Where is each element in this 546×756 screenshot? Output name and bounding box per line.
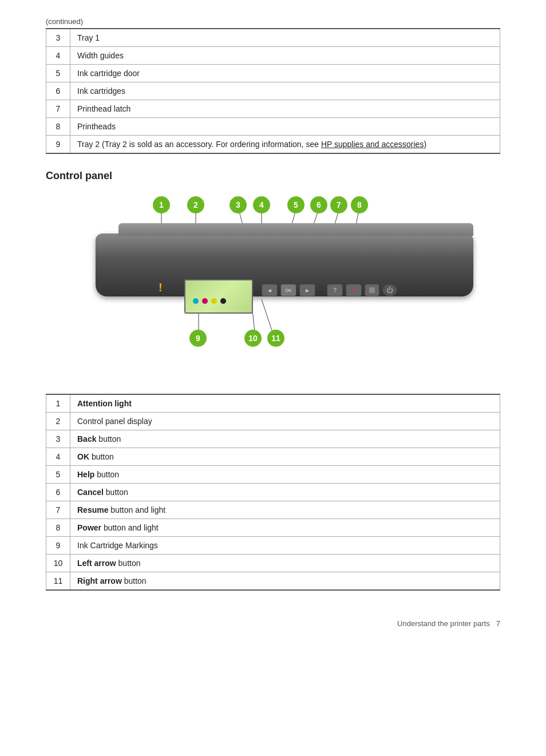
ink-dot-yellow bbox=[211, 298, 217, 304]
row-number: 6 bbox=[46, 82, 70, 100]
row-bold: Right arrow bbox=[77, 576, 122, 585]
table-row: 7Printhead latch bbox=[46, 100, 500, 118]
row-label: Attention light bbox=[70, 394, 500, 413]
row-number: 4 bbox=[46, 448, 70, 466]
bubble-11: 11 bbox=[267, 330, 284, 347]
bubble-3: 3 bbox=[230, 196, 247, 213]
ok-button: OK bbox=[280, 284, 296, 296]
row-number: 7 bbox=[46, 100, 70, 118]
button-row: ◄ OK ► ? ✕ ⏻ bbox=[262, 284, 397, 296]
help-button: ? bbox=[327, 284, 343, 296]
supplies-link[interactable]: HP supplies and accessories bbox=[321, 140, 424, 149]
bottom-table: 1Attention light2Control panel display3B… bbox=[46, 394, 500, 591]
bubble-4: 4 bbox=[253, 196, 270, 213]
printer-display bbox=[184, 279, 253, 314]
row-label: Back button bbox=[70, 430, 500, 448]
right-arrow-button: ► bbox=[299, 284, 315, 296]
table-row: 1Attention light bbox=[46, 394, 500, 413]
row-number: 1 bbox=[46, 394, 70, 413]
row-label: Printhead latch bbox=[70, 100, 500, 118]
row-label: Resume button and light bbox=[70, 501, 500, 519]
bubble-1: 1 bbox=[153, 196, 170, 213]
row-bold: Cancel bbox=[77, 488, 104, 497]
ink-dot-magenta bbox=[202, 298, 208, 304]
row-number: 8 bbox=[46, 519, 70, 537]
table-row: 10Left arrow button bbox=[46, 555, 500, 572]
row-bold: Back bbox=[77, 434, 96, 444]
footer: Understand the printer parts 7 bbox=[46, 613, 500, 628]
row-bold: Power bbox=[77, 523, 101, 532]
resume-button bbox=[365, 284, 379, 296]
row-label: Left arrow button bbox=[70, 555, 500, 572]
row-number: 6 bbox=[46, 484, 70, 501]
warning-icon: ! bbox=[159, 281, 163, 294]
control-panel-diagram: 1 2 3 4 5 6 7 8 ! ◄ OK ► ? ✕ bbox=[73, 193, 473, 377]
bubble-10: 10 bbox=[244, 330, 262, 347]
row-bold: OK bbox=[77, 452, 89, 461]
row-number: 5 bbox=[46, 466, 70, 484]
bubble-9: 9 bbox=[189, 330, 207, 347]
row-number: 9 bbox=[46, 136, 70, 154]
table-row: 11Right arrow button bbox=[46, 572, 500, 591]
row-label: Printheads bbox=[70, 118, 500, 136]
continued-label: (continued) bbox=[46, 17, 500, 26]
row-label: Ink cartridges bbox=[70, 82, 500, 100]
row-label: Help button bbox=[70, 466, 500, 484]
table-row: 4Width guides bbox=[46, 47, 500, 65]
cancel-button: ✕ bbox=[346, 284, 362, 296]
table-row: 2Control panel display bbox=[46, 413, 500, 430]
table-row: 8Power button and light bbox=[46, 519, 500, 537]
row-number: 3 bbox=[46, 430, 70, 448]
table-row: 7Resume button and light bbox=[46, 501, 500, 519]
bubble-5: 5 bbox=[287, 196, 304, 213]
ink-dot-cyan bbox=[193, 298, 199, 304]
row-label: Ink Cartridge Markings bbox=[70, 537, 500, 555]
table-row: 6Ink cartridges bbox=[46, 82, 500, 100]
table-row: 8Printheads bbox=[46, 118, 500, 136]
table-row: 5Help button bbox=[46, 466, 500, 484]
row-number: 9 bbox=[46, 537, 70, 555]
table-row: 3Back button bbox=[46, 430, 500, 448]
row-number: 3 bbox=[46, 29, 70, 47]
row-label: Cancel button bbox=[70, 484, 500, 501]
row-number: 8 bbox=[46, 118, 70, 136]
row-number: 11 bbox=[46, 572, 70, 591]
ink-dots bbox=[193, 298, 226, 304]
table-row: 3Tray 1 bbox=[46, 29, 500, 47]
table-row: 4OK button bbox=[46, 448, 500, 466]
power-button: ⏻ bbox=[382, 284, 397, 296]
printer-body: ! ◄ OK ► ? ✕ ⏻ bbox=[96, 233, 473, 296]
row-number: 4 bbox=[46, 47, 70, 65]
row-number: 2 bbox=[46, 413, 70, 430]
row-label: Power button and light bbox=[70, 519, 500, 537]
row-number: 5 bbox=[46, 65, 70, 82]
table-row: 6Cancel button bbox=[46, 484, 500, 501]
row-label: Right arrow button bbox=[70, 572, 500, 591]
bubble-8: 8 bbox=[351, 196, 368, 213]
row-bold: Left arrow bbox=[77, 559, 116, 568]
table-row: 5Ink cartridge door bbox=[46, 65, 500, 82]
top-table: 3Tray 14Width guides5Ink cartridge door6… bbox=[46, 28, 500, 154]
row-bold: Resume bbox=[77, 505, 108, 514]
row-number: 10 bbox=[46, 555, 70, 572]
row-label: Tray 2 (Tray 2 is sold as an accessory. … bbox=[70, 136, 500, 154]
left-arrow-button: ◄ bbox=[262, 284, 278, 296]
table-row: 9Tray 2 (Tray 2 is sold as an accessory.… bbox=[46, 136, 500, 154]
ink-dot-black bbox=[220, 298, 226, 304]
row-bold: Attention light bbox=[77, 399, 132, 408]
footer-text: Understand the printer parts 7 bbox=[397, 619, 500, 628]
row-label: Width guides bbox=[70, 47, 500, 65]
bubble-6: 6 bbox=[310, 196, 327, 213]
table-row: 9Ink Cartridge Markings bbox=[46, 537, 500, 555]
row-label: OK button bbox=[70, 448, 500, 466]
row-label: Tray 1 bbox=[70, 29, 500, 47]
section-title: Control panel bbox=[46, 170, 500, 182]
bubble-7: 7 bbox=[330, 196, 347, 213]
row-number: 7 bbox=[46, 501, 70, 519]
bubble-2: 2 bbox=[187, 196, 204, 213]
row-label: Ink cartridge door bbox=[70, 65, 500, 82]
row-label: Control panel display bbox=[70, 413, 500, 430]
row-bold: Help bbox=[77, 470, 94, 479]
svg-rect-11 bbox=[369, 287, 375, 293]
